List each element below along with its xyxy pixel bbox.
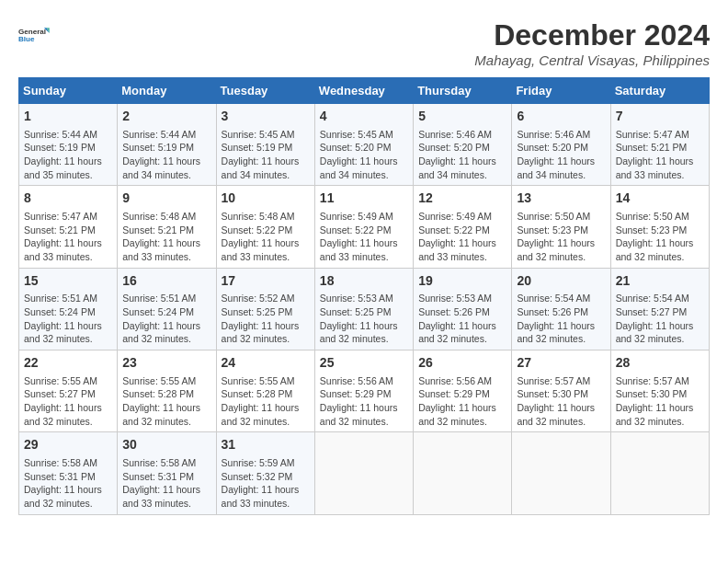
table-row: 30Sunrise: 5:58 AM Sunset: 5:31 PM Dayli… [118, 432, 216, 514]
day-number: 26 [418, 354, 506, 373]
table-row: 3Sunrise: 5:45 AM Sunset: 5:19 PM Daylig… [216, 104, 314, 186]
header-wednesday: Wednesday [314, 78, 413, 104]
day-number: 13 [517, 190, 605, 208]
day-number: 19 [418, 272, 506, 291]
day-info: Sunrise: 5:53 AM Sunset: 5:25 PM Dayligh… [320, 292, 408, 346]
day-info: Sunrise: 5:50 AM Sunset: 5:23 PM Dayligh… [517, 210, 605, 264]
day-info: Sunrise: 5:52 AM Sunset: 5:25 PM Dayligh… [222, 292, 310, 346]
table-row: 21Sunrise: 5:54 AM Sunset: 5:27 PM Dayli… [610, 268, 709, 350]
day-number: 5 [418, 108, 506, 126]
table-row: 27Sunrise: 5:57 AM Sunset: 5:30 PM Dayli… [512, 350, 610, 432]
day-info: Sunrise: 5:47 AM Sunset: 5:21 PM Dayligh… [24, 210, 112, 264]
day-number: 12 [418, 190, 506, 208]
table-row: 22Sunrise: 5:55 AM Sunset: 5:27 PM Dayli… [19, 350, 118, 432]
table-row: 19Sunrise: 5:53 AM Sunset: 5:26 PM Dayli… [414, 268, 512, 350]
day-number: 3 [222, 108, 310, 126]
logo-icon: GeneralBlue [18, 18, 51, 52]
table-row: 20Sunrise: 5:54 AM Sunset: 5:26 PM Dayli… [512, 268, 610, 350]
day-info: Sunrise: 5:45 AM Sunset: 5:20 PM Dayligh… [320, 128, 408, 182]
table-row: 31Sunrise: 5:59 AM Sunset: 5:32 PM Dayli… [216, 432, 314, 514]
day-info: Sunrise: 5:55 AM Sunset: 5:28 PM Dayligh… [122, 374, 210, 429]
header-row: Sunday Monday Tuesday Wednesday Thursday… [19, 78, 710, 104]
calendar-row: 29Sunrise: 5:58 AM Sunset: 5:31 PM Dayli… [19, 432, 710, 514]
day-number: 20 [517, 272, 605, 291]
header-saturday: Saturday [610, 78, 709, 104]
day-number: 24 [222, 354, 310, 373]
table-row: 4Sunrise: 5:45 AM Sunset: 5:20 PM Daylig… [314, 104, 413, 186]
table-row: 7Sunrise: 5:47 AM Sunset: 5:21 PM Daylig… [610, 104, 709, 186]
day-info: Sunrise: 5:58 AM Sunset: 5:31 PM Dayligh… [24, 456, 112, 511]
table-row: 28Sunrise: 5:57 AM Sunset: 5:30 PM Dayli… [610, 350, 709, 432]
title-section: December 2024 Mahayag, Central Visayas, … [474, 18, 710, 68]
day-number: 16 [122, 272, 210, 291]
day-info: Sunrise: 5:45 AM Sunset: 5:19 PM Dayligh… [222, 128, 310, 182]
day-number: 28 [616, 354, 704, 373]
day-info: Sunrise: 5:55 AM Sunset: 5:28 PM Dayligh… [222, 374, 310, 429]
header-friday: Friday [512, 78, 610, 104]
day-info: Sunrise: 5:53 AM Sunset: 5:26 PM Dayligh… [418, 292, 506, 346]
calendar-row: 8Sunrise: 5:47 AM Sunset: 5:21 PM Daylig… [19, 186, 710, 268]
table-row: 29Sunrise: 5:58 AM Sunset: 5:31 PM Dayli… [19, 432, 118, 514]
table-row: 2Sunrise: 5:44 AM Sunset: 5:19 PM Daylig… [118, 104, 216, 186]
day-info: Sunrise: 5:55 AM Sunset: 5:27 PM Dayligh… [24, 374, 112, 429]
table-row: 10Sunrise: 5:48 AM Sunset: 5:22 PM Dayli… [216, 186, 314, 268]
day-number: 9 [122, 190, 210, 208]
day-info: Sunrise: 5:56 AM Sunset: 5:29 PM Dayligh… [418, 374, 506, 429]
table-row: 15Sunrise: 5:51 AM Sunset: 5:24 PM Dayli… [19, 268, 118, 350]
day-info: Sunrise: 5:58 AM Sunset: 5:31 PM Dayligh… [122, 456, 210, 511]
header-monday: Monday [118, 78, 216, 104]
table-row: 11Sunrise: 5:49 AM Sunset: 5:22 PM Dayli… [314, 186, 413, 268]
day-number: 4 [320, 108, 408, 126]
day-number: 29 [24, 436, 112, 454]
month-title: December 2024 [474, 18, 710, 52]
table-row: 8Sunrise: 5:47 AM Sunset: 5:21 PM Daylig… [19, 186, 118, 268]
table-row: 25Sunrise: 5:56 AM Sunset: 5:29 PM Dayli… [314, 350, 413, 432]
table-row: 5Sunrise: 5:46 AM Sunset: 5:20 PM Daylig… [414, 104, 512, 186]
day-info: Sunrise: 5:56 AM Sunset: 5:29 PM Dayligh… [320, 374, 408, 429]
day-number: 21 [616, 272, 704, 291]
table-row: 26Sunrise: 5:56 AM Sunset: 5:29 PM Dayli… [414, 350, 512, 432]
day-number: 15 [24, 272, 112, 291]
day-number: 7 [616, 108, 704, 126]
table-row: 23Sunrise: 5:55 AM Sunset: 5:28 PM Dayli… [118, 350, 216, 432]
calendar-row: 1Sunrise: 5:44 AM Sunset: 5:19 PM Daylig… [19, 104, 710, 186]
day-number: 1 [24, 108, 112, 126]
day-info: Sunrise: 5:44 AM Sunset: 5:19 PM Dayligh… [24, 128, 112, 182]
table-row: 6Sunrise: 5:46 AM Sunset: 5:20 PM Daylig… [512, 104, 610, 186]
day-info: Sunrise: 5:59 AM Sunset: 5:32 PM Dayligh… [222, 456, 310, 511]
svg-text:General: General [18, 28, 46, 36]
day-info: Sunrise: 5:46 AM Sunset: 5:20 PM Dayligh… [517, 128, 605, 182]
day-info: Sunrise: 5:54 AM Sunset: 5:26 PM Dayligh… [517, 292, 605, 346]
table-row: 13Sunrise: 5:50 AM Sunset: 5:23 PM Dayli… [512, 186, 610, 268]
day-info: Sunrise: 5:49 AM Sunset: 5:22 PM Dayligh… [418, 210, 506, 264]
day-info: Sunrise: 5:57 AM Sunset: 5:30 PM Dayligh… [517, 374, 605, 429]
table-row [414, 432, 512, 514]
day-number: 30 [122, 436, 210, 454]
calendar-row: 22Sunrise: 5:55 AM Sunset: 5:27 PM Dayli… [19, 350, 710, 432]
table-row [314, 432, 413, 514]
day-number: 2 [122, 108, 210, 126]
calendar-row: 15Sunrise: 5:51 AM Sunset: 5:24 PM Dayli… [19, 268, 710, 350]
calendar-table: Sunday Monday Tuesday Wednesday Thursday… [18, 77, 710, 515]
day-info: Sunrise: 5:57 AM Sunset: 5:30 PM Dayligh… [616, 374, 704, 429]
day-info: Sunrise: 5:48 AM Sunset: 5:22 PM Dayligh… [222, 210, 310, 264]
day-number: 22 [24, 354, 112, 373]
table-row: 18Sunrise: 5:53 AM Sunset: 5:25 PM Dayli… [314, 268, 413, 350]
day-info: Sunrise: 5:49 AM Sunset: 5:22 PM Dayligh… [320, 210, 408, 264]
table-row [610, 432, 709, 514]
table-row: 1Sunrise: 5:44 AM Sunset: 5:19 PM Daylig… [19, 104, 118, 186]
day-info: Sunrise: 5:48 AM Sunset: 5:21 PM Dayligh… [122, 210, 210, 264]
day-number: 25 [320, 354, 408, 373]
day-info: Sunrise: 5:50 AM Sunset: 5:23 PM Dayligh… [616, 210, 704, 264]
table-row [512, 432, 610, 514]
day-number: 17 [222, 272, 310, 291]
header-sunday: Sunday [19, 78, 118, 104]
day-number: 11 [320, 190, 408, 208]
day-info: Sunrise: 5:51 AM Sunset: 5:24 PM Dayligh… [122, 292, 210, 346]
day-number: 8 [24, 190, 112, 208]
day-info: Sunrise: 5:47 AM Sunset: 5:21 PM Dayligh… [616, 128, 704, 182]
day-number: 10 [222, 190, 310, 208]
header-thursday: Thursday [414, 78, 512, 104]
day-info: Sunrise: 5:54 AM Sunset: 5:27 PM Dayligh… [616, 292, 704, 346]
table-row: 14Sunrise: 5:50 AM Sunset: 5:23 PM Dayli… [610, 186, 709, 268]
